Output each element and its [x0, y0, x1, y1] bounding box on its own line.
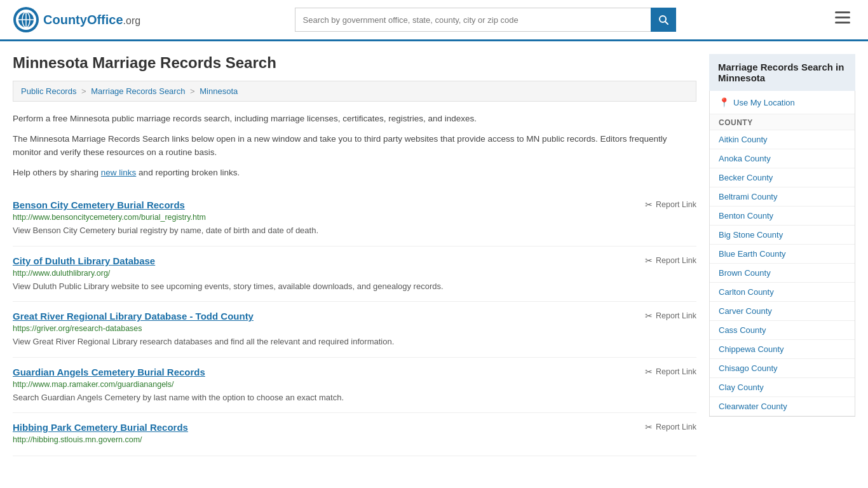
svg-rect-10 [835, 22, 850, 24]
report-link-2[interactable]: ✂ Report Link [645, 311, 696, 321]
report-icon-2: ✂ [645, 311, 653, 321]
county-link-3[interactable]: Beltrami County [710, 187, 855, 206]
main-container: Minnesota Marriage Records Search Public… [0, 41, 868, 469]
record-title-2[interactable]: Great River Regional Library Database - … [13, 311, 254, 322]
logo-text: CountyOffice.org [43, 13, 140, 27]
use-my-location[interactable]: 📍 Use My Location [710, 91, 855, 114]
county-divider: County [710, 114, 855, 130]
report-icon-4: ✂ [645, 422, 653, 432]
breadcrumb-sep-2: > [190, 86, 197, 96]
description-1: Perform a free Minnesota public marriage… [13, 112, 696, 126]
report-link-4[interactable]: ✂ Report Link [645, 422, 696, 432]
county-link-7[interactable]: Brown County [710, 264, 855, 282]
record-header: Benson City Cemetery Burial Records ✂ Re… [13, 200, 696, 210]
logo-area: CountyOffice.org [13, 6, 140, 33]
report-label-3: Report Link [656, 367, 696, 376]
description-3-prefix: Help others by sharing [13, 168, 101, 177]
svg-line-7 [665, 22, 668, 24]
record-url-3: http://www.map.ramaker.com/guardianangel… [13, 380, 696, 389]
county-list-item: Chisago County [710, 359, 855, 378]
county-list-item: Carlton County [710, 283, 855, 302]
record-title-3[interactable]: Guardian Angels Cemetery Burial Records [13, 367, 205, 377]
county-link-10[interactable]: Cass County [710, 321, 855, 339]
report-label-4: Report Link [656, 423, 696, 431]
county-link-9[interactable]: Carver County [710, 302, 855, 320]
sidebar-section: 📍 Use My Location County Aitkin CountyAn… [709, 91, 855, 417]
record-title-4[interactable]: Hibbing Park Cemetery Burial Records [13, 422, 188, 433]
county-list-item: Anoka County [710, 149, 855, 168]
content-area: Minnesota Marriage Records Search Public… [13, 54, 696, 456]
sidebar-header: Marriage Records Search in Minnesota [709, 54, 855, 91]
county-link-12[interactable]: Chisago County [710, 359, 855, 377]
county-list-item: Aitkin County [710, 130, 855, 149]
county-list-item: Brown County [710, 264, 855, 283]
site-header: CountyOffice.org [0, 0, 868, 41]
report-icon-0: ✂ [645, 200, 653, 210]
record-header: Guardian Angels Cemetery Burial Records … [13, 367, 696, 377]
record-desc-0: View Benson City Cemetery burial registr… [13, 224, 696, 237]
record-url-0: http://www.bensoncitycemetery.com/burial… [13, 213, 696, 222]
county-link-1[interactable]: Anoka County [710, 149, 855, 168]
county-link-11[interactable]: Chippewa County [710, 340, 855, 358]
location-icon: 📍 [719, 97, 729, 107]
use-my-location-label: Use My Location [733, 98, 795, 107]
county-list: Aitkin CountyAnoka CountyBecker CountyBe… [710, 130, 855, 416]
county-list-item: Benton County [710, 207, 855, 226]
search-area [295, 8, 676, 32]
breadcrumb: Public Records > Marriage Records Search… [13, 81, 696, 102]
record-header: Hibbing Park Cemetery Burial Records ✂ R… [13, 422, 696, 433]
report-label-0: Report Link [656, 200, 696, 209]
record-item: Benson City Cemetery Burial Records ✂ Re… [13, 191, 696, 247]
county-list-item: Blue Earth County [710, 245, 855, 264]
search-icon [658, 15, 668, 25]
county-list-item: Clearwater County [710, 397, 855, 416]
page-title: Minnesota Marriage Records Search [13, 54, 696, 72]
description-3: Help others by sharing new links and rep… [13, 166, 696, 180]
hamburger-icon [835, 11, 850, 24]
record-desc-1: View Duluth Public Library website to se… [13, 280, 696, 293]
record-title-1[interactable]: City of Duluth Library Database [13, 255, 155, 266]
report-icon-1: ✂ [645, 255, 653, 266]
breadcrumb-sep-1: > [81, 86, 88, 96]
search-input[interactable] [295, 8, 651, 32]
breadcrumb-minnesota[interactable]: Minnesota [200, 86, 238, 96]
county-list-item: Cass County [710, 321, 855, 340]
county-link-2[interactable]: Becker County [710, 168, 855, 187]
new-links-link[interactable]: new links [101, 168, 137, 177]
record-title-0[interactable]: Benson City Cemetery Burial Records [13, 200, 185, 210]
county-link-4[interactable]: Benton County [710, 207, 855, 225]
record-item: Great River Regional Library Database - … [13, 302, 696, 358]
search-button[interactable] [651, 8, 676, 32]
county-list-item: Beltrami County [710, 187, 855, 207]
report-link-0[interactable]: ✂ Report Link [645, 200, 696, 210]
county-link-8[interactable]: Carlton County [710, 283, 855, 301]
county-link-14[interactable]: Clearwater County [710, 397, 855, 416]
breadcrumb-marriage-records-search[interactable]: Marriage Records Search [91, 86, 185, 96]
county-list-item: Becker County [710, 168, 855, 187]
record-item: City of Duluth Library Database ✂ Report… [13, 247, 696, 302]
county-link-5[interactable]: Big Stone County [710, 226, 855, 244]
county-link-6[interactable]: Blue Earth County [710, 245, 855, 263]
svg-rect-8 [835, 11, 850, 13]
county-link-13[interactable]: Clay County [710, 378, 855, 396]
record-header: City of Duluth Library Database ✂ Report… [13, 255, 696, 266]
record-item: Guardian Angels Cemetery Burial Records … [13, 358, 696, 414]
breadcrumb-public-records[interactable]: Public Records [21, 86, 76, 96]
county-list-item: Clay County [710, 378, 855, 397]
logo-icon [13, 6, 39, 33]
report-icon-3: ✂ [645, 367, 653, 377]
report-link-1[interactable]: ✂ Report Link [645, 255, 696, 266]
record-item: Hibbing Park Cemetery Burial Records ✂ R… [13, 413, 696, 456]
svg-rect-9 [835, 17, 850, 18]
description-3-suffix: and reporting broken links. [136, 168, 240, 177]
record-url-4: http://hibbing.stlouis.mn.govern.com/ [13, 435, 696, 444]
record-url-1: http://www.duluthlibrary.org/ [13, 269, 696, 278]
county-link-0[interactable]: Aitkin County [710, 130, 855, 149]
report-link-3[interactable]: ✂ Report Link [645, 367, 696, 377]
description-2: The Minnesota Marriage Records Search li… [13, 132, 696, 159]
record-desc-3: Search Guardian Angels Cemetery by last … [13, 391, 696, 404]
menu-button[interactable] [830, 9, 855, 30]
county-list-item: Carver County [710, 302, 855, 321]
record-url-2: https://griver.org/research-databases [13, 324, 696, 333]
sidebar: Marriage Records Search in Minnesota 📍 U… [709, 54, 855, 456]
